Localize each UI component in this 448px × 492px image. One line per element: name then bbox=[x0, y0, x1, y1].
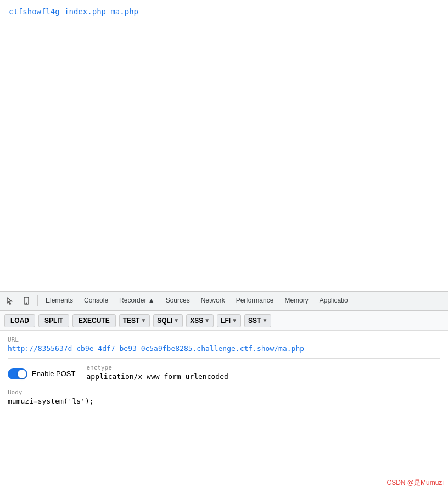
watermark: CSDN @是Mumuzi bbox=[387, 478, 444, 488]
test-dropdown-arrow: ▼ bbox=[141, 317, 146, 323]
xss-dropdown[interactable]: XSS ▼ bbox=[186, 314, 214, 327]
enctype-value[interactable]: application/x-www-form-urlencoded bbox=[87, 372, 441, 381]
sqli-dropdown-arrow: ▼ bbox=[173, 317, 179, 323]
page-output: ctfshowfl4g index.php ma.php bbox=[9, 7, 138, 16]
tab-recorder[interactable]: Recorder ▲ bbox=[114, 292, 160, 311]
sqli-dropdown[interactable]: SQLI ▼ bbox=[153, 314, 183, 327]
url-value[interactable]: http://8355637d-cb9e-4df7-be93-0c5a9fbe8… bbox=[8, 344, 440, 353]
tab-application[interactable]: Applicatio bbox=[314, 292, 354, 311]
enable-post-label: Enable POST bbox=[32, 370, 76, 378]
lfi-dropdown[interactable]: LFI ▼ bbox=[217, 314, 241, 327]
split-button[interactable]: SPLIT bbox=[38, 314, 69, 327]
devtools-content: URL http://8355637d-cb9e-4df7-be93-0c5a9… bbox=[0, 331, 448, 492]
sst-dropdown-arrow: ▼ bbox=[262, 317, 267, 323]
tab-network[interactable]: Network bbox=[195, 292, 231, 311]
browser-content: ctfshowfl4g index.php ma.php bbox=[0, 0, 448, 291]
svg-point-1 bbox=[26, 303, 27, 304]
cursor-icon-btn[interactable] bbox=[2, 293, 18, 309]
body-label: Body bbox=[8, 389, 440, 396]
url-section: URL http://8355637d-cb9e-4df7-be93-0c5a9… bbox=[8, 336, 440, 359]
tab-elements[interactable]: Elements bbox=[40, 292, 79, 311]
execute-button[interactable]: EXECUTE bbox=[72, 314, 116, 327]
url-label: URL bbox=[8, 336, 440, 343]
load-button[interactable]: LOAD bbox=[4, 314, 35, 327]
tab-performance[interactable]: Performance bbox=[231, 292, 279, 311]
enctype-label: enctype bbox=[87, 364, 441, 371]
tab-sources[interactable]: Sources bbox=[160, 292, 195, 311]
mobile-icon-btn[interactable] bbox=[19, 293, 34, 309]
devtools-tabbar: Elements Console Recorder ▲ Sources Netw… bbox=[0, 292, 448, 311]
tab-console[interactable]: Console bbox=[79, 292, 114, 311]
test-dropdown[interactable]: TEST ▼ bbox=[119, 314, 150, 327]
post-row: Enable POST enctype application/x-www-fo… bbox=[8, 364, 440, 383]
enctype-section: enctype application/x-www-form-urlencode… bbox=[87, 364, 441, 383]
devtools-panel: Elements Console Recorder ▲ Sources Netw… bbox=[0, 291, 448, 492]
tab-divider bbox=[37, 295, 38, 306]
body-section: Body mumuzi=system('ls'); bbox=[8, 389, 440, 405]
enable-post-toggle-group: Enable POST bbox=[8, 368, 76, 379]
hackbar: LOAD SPLIT EXECUTE TEST ▼ SQLI ▼ XSS ▼ L… bbox=[0, 311, 448, 331]
tab-memory[interactable]: Memory bbox=[279, 292, 313, 311]
body-value[interactable]: mumuzi=system('ls'); bbox=[8, 397, 440, 405]
enable-post-toggle[interactable] bbox=[8, 368, 27, 379]
sst-dropdown[interactable]: SST ▼ bbox=[244, 314, 271, 327]
lfi-dropdown-arrow: ▼ bbox=[232, 317, 237, 323]
xss-dropdown-arrow: ▼ bbox=[204, 317, 210, 323]
